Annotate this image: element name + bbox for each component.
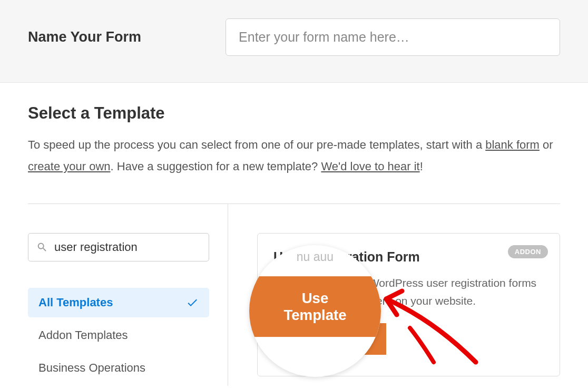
search-icon <box>36 241 48 253</box>
form-name-input[interactable] <box>226 18 560 56</box>
category-label: Business Operations <box>38 361 145 375</box>
category-list: All Templates Addon Templates Business O… <box>28 288 209 383</box>
desc-text-1: To speed up the process you can select f… <box>28 138 485 151</box>
category-addon-templates[interactable]: Addon Templates <box>28 321 209 350</box>
form-name-label: Name Your Form <box>28 29 141 45</box>
form-name-section: Name Your Form <box>0 0 588 83</box>
feedback-link[interactable]: We'd love to hear it <box>321 160 419 173</box>
template-card-description: Create customized WordPress user registr… <box>273 274 544 309</box>
category-label: Addon Templates <box>38 328 128 342</box>
category-all-templates[interactable]: All Templates <box>28 288 209 317</box>
template-card: ADDON User Registration Form Create cust… <box>257 233 560 376</box>
template-content-section: Select a Template To speed up the proces… <box>0 83 588 386</box>
check-icon <box>186 296 199 309</box>
template-area: All Templates Addon Templates Business O… <box>28 203 560 386</box>
desc-text-4: ! <box>420 160 423 173</box>
select-template-heading: Select a Template <box>28 104 560 123</box>
template-description-text: To speed up the process you can select f… <box>28 134 560 177</box>
desc-text-3: . Have a suggestion for a new template? <box>111 160 321 173</box>
category-business-operations[interactable]: Business Operations <box>28 353 209 383</box>
template-search-input[interactable] <box>54 240 201 254</box>
category-label: All Templates <box>38 296 113 309</box>
blank-form-link[interactable]: blank form <box>485 138 540 151</box>
template-card-title: User Registration Form <box>273 249 544 265</box>
create-your-own-link[interactable]: create your own <box>28 160 111 173</box>
addon-badge: ADDON <box>508 245 548 258</box>
template-search-box[interactable] <box>28 233 209 261</box>
use-template-button[interactable]: Use Template <box>273 323 386 355</box>
template-panel: ADDON User Registration Form Create cust… <box>228 204 560 386</box>
template-sidebar: All Templates Addon Templates Business O… <box>28 204 228 386</box>
desc-text-2: or <box>540 138 553 151</box>
